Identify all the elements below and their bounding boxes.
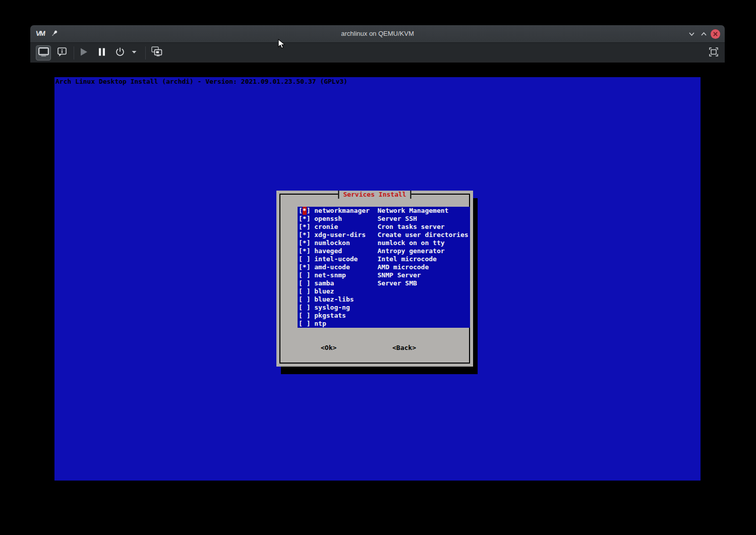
- service-row[interactable]: [*]havegedAntropy generator: [299, 247, 470, 255]
- service-row[interactable]: [ ]bluez: [299, 287, 470, 295]
- service-row[interactable]: [ ]net-snmpSNMP Server: [299, 271, 470, 279]
- checklist-cursor: *: [303, 207, 307, 215]
- installer-version-line: Arch Linux Desktop Install (archdi) - Ve…: [55, 78, 347, 85]
- service-row[interactable]: [*]amd-ucodeAMD microcode: [299, 263, 470, 271]
- fullscreen-button[interactable]: [706, 45, 721, 61]
- dual-monitor-icon: [150, 45, 163, 61]
- service-row[interactable]: [*]networkmanagerNetwork Management: [299, 207, 470, 215]
- service-row[interactable]: [*]xdg-user-dirsCreate user directories: [299, 231, 470, 239]
- service-row[interactable]: [*]numlockonnumlock on on tty: [299, 239, 470, 247]
- shutdown-menu-button[interactable]: [129, 45, 139, 61]
- toolbar-separator: [74, 46, 74, 60]
- service-row[interactable]: [ ]pkgstats: [299, 312, 470, 320]
- close-button[interactable]: [711, 29, 720, 39]
- service-row[interactable]: [ ]syslog-ng: [299, 304, 470, 312]
- virtual-displays-button[interactable]: [149, 45, 164, 61]
- service-row[interactable]: [ ]intel-ucodeIntel microcode: [299, 255, 470, 263]
- minimize-button[interactable]: [687, 30, 696, 38]
- back-button[interactable]: <Back>: [392, 344, 416, 352]
- hardware-details-button[interactable]: [55, 45, 69, 61]
- play-icon: [78, 46, 89, 60]
- dialog-title: Services Install: [338, 191, 411, 199]
- window-toolbar: [30, 42, 725, 63]
- vm-console-screen[interactable]: Arch Linux Desktop Install (archdi) - Ve…: [54, 77, 701, 481]
- maximize-button[interactable]: [700, 30, 708, 38]
- chevron-down-icon: [131, 48, 138, 57]
- window-titlebar: VM archlinux on QEMU/KVM: [30, 25, 725, 42]
- service-row[interactable]: [*]cronieCron tasks server: [299, 223, 470, 231]
- service-row[interactable]: [ ]bluez-libs: [299, 295, 470, 304]
- mouse-cursor-icon: [278, 39, 287, 52]
- fullscreen-icon: [708, 46, 720, 60]
- monitor-icon: [38, 46, 49, 60]
- pause-button[interactable]: [95, 45, 108, 61]
- services-install-dialog: Services Install [*]networkmanagerNetwor…: [276, 191, 473, 367]
- window-title: archlinux on QEMU/KVM: [30, 25, 725, 42]
- service-row[interactable]: [*]opensshServer SSH: [299, 215, 470, 223]
- run-button[interactable]: [77, 45, 90, 61]
- service-row[interactable]: [ ]sambaServer SMB: [299, 279, 470, 287]
- graphical-console-button[interactable]: [36, 45, 51, 61]
- ok-button[interactable]: <Ok>: [321, 344, 336, 352]
- services-checklist: [*]networkmanagerNetwork Management [*]o…: [298, 207, 470, 328]
- toolbar-separator: [145, 46, 146, 60]
- shutdown-button[interactable]: [113, 45, 127, 61]
- power-icon: [114, 46, 126, 60]
- pause-icon: [97, 46, 107, 60]
- info-icon: [56, 46, 68, 60]
- service-row[interactable]: [ ]ntp: [299, 320, 470, 328]
